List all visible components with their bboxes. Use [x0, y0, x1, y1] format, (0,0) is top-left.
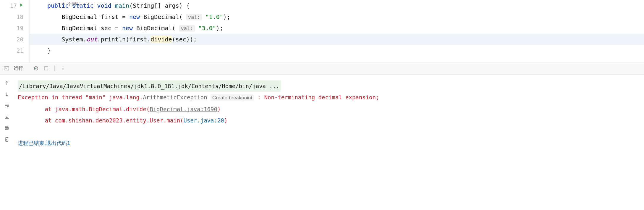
svg-point-2 — [63, 67, 64, 67]
scroll-to-end-icon[interactable] — [4, 114, 10, 120]
line-number: 17 — [10, 0, 17, 11]
gutter-line-21[interactable]: 21 — [0, 45, 23, 56]
console-stack-1: at java.math.BigDecimal.divide(BigDecima… — [18, 104, 640, 115]
code-line-18[interactable]: BigDecimal first = new BigDecimal( val: … — [30, 11, 644, 22]
soft-wrap-icon[interactable] — [4, 102, 10, 109]
console-command: /Library/Java/JavaVirtualMachines/jdk1.8… — [18, 80, 640, 92]
run-toolbar: 运行 — [0, 62, 644, 75]
code-line-17[interactable]: public static void main(String[] args) { — [30, 0, 644, 11]
code-line-19[interactable]: BigDecimal sec = new BigDecimal( val: "3… — [30, 22, 644, 34]
up-arrow-icon[interactable] — [4, 80, 10, 86]
svg-point-4 — [63, 70, 64, 70]
gutter-line-19[interactable]: 19 — [0, 22, 23, 34]
gutter-line-20[interactable]: 20 — [0, 34, 23, 45]
stack-link-1[interactable]: BigDecimal.java:1690 — [150, 106, 217, 112]
line-number: 20 — [17, 34, 23, 45]
console-stack-2: at com.shishan.demo2023.entity.User.main… — [18, 115, 640, 126]
console-output[interactable]: /Library/Java/JavaVirtualMachines/jdk1.8… — [14, 75, 644, 155]
run-gutter-icon[interactable] — [19, 0, 23, 11]
editor-pane: 17 18 19 20 21 6 个用法 public static void … — [0, 0, 644, 62]
svg-rect-6 — [6, 126, 8, 127]
gutter-line-18[interactable]: 18 — [0, 11, 23, 22]
line-number: 19 — [17, 22, 23, 34]
svg-rect-1 — [44, 67, 48, 70]
toolbar-separator — [54, 65, 55, 71]
stop-icon[interactable] — [43, 65, 49, 71]
more-icon[interactable] — [60, 65, 66, 71]
console-exception: Exception in thread "main" java.lang.Ari… — [18, 92, 640, 104]
down-arrow-icon[interactable] — [4, 91, 10, 98]
code-line-21[interactable]: } — [30, 45, 644, 56]
print-icon[interactable] — [4, 125, 10, 131]
run-sidebar — [0, 75, 14, 155]
run-panel: /Library/Java/JavaVirtualMachines/jdk1.8… — [0, 75, 644, 155]
line-number: 18 — [17, 11, 23, 22]
run-label: 运行 — [14, 65, 23, 72]
stack-link-2[interactable]: User.java:20 — [184, 117, 224, 124]
trash-icon[interactable] — [4, 136, 10, 143]
run-tool-window-icon[interactable] — [4, 65, 9, 71]
gutter: 17 18 19 20 21 — [0, 0, 30, 62]
code-area[interactable]: 6 个用法 public static void main(String[] a… — [30, 0, 644, 62]
exception-class-link[interactable]: ArithmeticException — [143, 94, 207, 101]
rerun-icon[interactable] — [33, 65, 39, 71]
code-line-20[interactable]: System.out.println(first.divide(sec)); — [30, 34, 644, 45]
line-number: 21 — [17, 45, 23, 56]
console-exit-message: 进程已结束,退出代码1 — [18, 137, 640, 149]
svg-point-3 — [63, 68, 64, 69]
create-breakpoint-hint[interactable]: Create breakpoint — [211, 94, 254, 101]
gutter-line-17[interactable]: 17 — [0, 0, 23, 11]
